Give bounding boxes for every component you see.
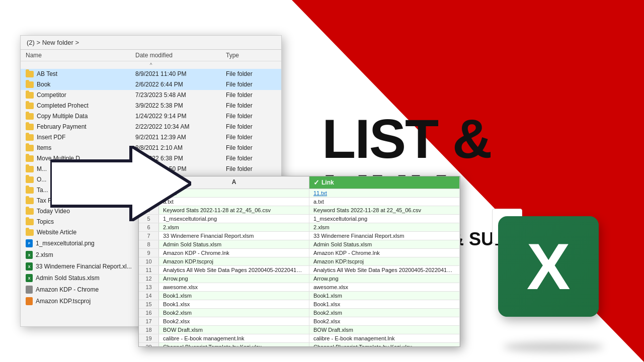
file-label: 2.xlsm [36, 251, 53, 258]
file-name: Amazon KDP.tscproj [26, 297, 135, 305]
file-type: File folder [226, 102, 276, 109]
file-label: Competitor [37, 92, 66, 99]
cell-row-num: 4 [139, 206, 159, 214]
cell-a: 2.xlsm [159, 223, 309, 231]
cell-link: Arrow.png [309, 275, 460, 283]
explorer-row[interactable]: Competitor 7/23/2023 5:48 AM File folder [21, 90, 281, 101]
folder-icon [26, 155, 34, 162]
spreadsheet-row[interactable]: 12 Arrow.png Arrow.png [139, 275, 460, 283]
file-label: O... [37, 176, 46, 183]
file-name: Amazon KDP - Chrome [26, 286, 135, 294]
folder-icon [26, 187, 34, 194]
spreadsheet-row[interactable]: 2 11.txt 11.txt [139, 189, 460, 198]
file-type: File folder [226, 92, 276, 99]
file-date: 7/23/2023 5:48 AM [135, 92, 226, 99]
cell-link: Keyword Stats 2022-11-28 at 22_45_06.csv [309, 206, 460, 214]
cell-row-num: 11 [139, 266, 159, 274]
spreadsheet-row[interactable]: 16 Book2.xlsm Book2.xlsm [139, 309, 460, 317]
cell-row-num: 6 [139, 223, 159, 231]
spreadsheet-row[interactable]: 14 Book1.xlsm Book1.xlsm [139, 292, 460, 300]
cell-a: Analytics All Web Site Data Pages 202004… [159, 266, 309, 274]
file-label: Amazon KDP - Chrome [36, 286, 99, 293]
cell-row-num: 19 [139, 334, 159, 342]
col-name: Name [26, 52, 135, 59]
file-date: 9/23/2021 5:50 PM [135, 165, 226, 172]
cell-link: Amazon KDP - Chrome.lnk [309, 249, 460, 257]
xlsx-icon: X [26, 251, 33, 259]
cell-row-num: 18 [139, 326, 159, 334]
file-date: 1/24/2022 9:14 PM [135, 113, 226, 120]
file-name: Move Multiple D... [26, 155, 135, 162]
png-icon: P [26, 239, 33, 247]
explorer-row[interactable]: Insert PDF 9/2/2021 12:39 AM File folder [21, 132, 281, 143]
file-label: Items [37, 144, 51, 151]
file-type: File folder [226, 155, 276, 162]
explorer-row[interactable]: Items 8/8/2021 2:10 AM File folder [21, 143, 281, 153]
file-date: 2/6/2022 6:44 PM [135, 81, 226, 88]
spreadsheet-row[interactable]: 13 awesome.xlsx awesome.xlsx [139, 283, 460, 292]
spreadsheet-row[interactable]: 4 Keyword Stats 2022-11-28 at 22_45_06.c… [139, 206, 460, 215]
file-label: Topics [37, 218, 54, 225]
file-name: Book [26, 81, 135, 88]
cell-link: a.txt [309, 198, 460, 206]
cell-a: awesome.xlsx [159, 283, 309, 291]
address-bar: (2) > New folder > [21, 36, 281, 50]
spreadsheet-row[interactable]: 17 Book2.xlsx Book2.xlsx [139, 317, 460, 326]
cell-row-num: 17 [139, 317, 159, 325]
cell-link: BOW Draft.xlsm [309, 326, 460, 334]
file-name: Items [26, 144, 135, 151]
file-name: O... [26, 176, 135, 183]
cell-link: 2.xlsm [309, 223, 460, 231]
spreadsheet-row[interactable]: 7 33 Windemere Financial Report.xlsm 33 … [139, 232, 460, 240]
file-type: File folder [226, 113, 276, 120]
cell-link: Book2.xlsm [309, 309, 460, 317]
cell-link: Book2.xlsx [309, 317, 460, 325]
spreadsheet-row[interactable]: 9 Amazon KDP - Chrome.lnk Amazon KDP - C… [139, 249, 460, 257]
file-name: AB Test [26, 70, 135, 77]
explorer-row[interactable]: Completed Prohect 3/9/2022 5:38 PM File … [21, 101, 281, 111]
spreadsheet-row[interactable]: 3 a.txt a.txt [139, 198, 460, 206]
spreadsheet-row[interactable]: 10 Amazon KDP.tscproj Amazon KDP.tscproj [139, 257, 460, 266]
folder-icon [26, 198, 34, 204]
spreadsheet-row[interactable]: 15 Book1.xlsx Book1.xlsx [139, 300, 460, 309]
col-header-link: ✓ Link [309, 176, 460, 189]
excel-logo-box: X [498, 216, 599, 317]
folder-icon [26, 166, 34, 172]
excel-x-letter: X [527, 234, 571, 299]
explorer-row[interactable]: Copy Multiple Data 1/24/2022 9:14 PM Fil… [21, 111, 281, 122]
spreadsheet-row[interactable]: 8 Admin Sold Status.xlsm Admin Sold Stat… [139, 240, 460, 249]
folder-icon [26, 208, 34, 215]
cell-a: Admin Sold Status.xlsm [159, 240, 309, 248]
address-bar-text: (2) > New folder > [27, 39, 79, 46]
spreadsheet-row[interactable]: 11 Analytics All Web Site Data Pages 202… [139, 266, 460, 275]
folder-icon [26, 134, 34, 141]
cell-row-num: 13 [139, 283, 159, 291]
file-name: Completed Prohect [26, 102, 135, 109]
explorer-row[interactable]: Book 2/6/2022 6:44 PM File folder [21, 79, 281, 90]
spreadsheet-row[interactable]: 6 2.xlsm 2.xlsm [139, 223, 460, 232]
cell-row-num: 9 [139, 249, 159, 257]
cell-a: calibre - E-book management.lnk [159, 334, 309, 342]
spreadsheet-row[interactable]: 5 1_msexceltutorial.png 1_msexceltutoria… [139, 215, 460, 223]
xlsx-icon: X [26, 262, 33, 270]
explorer-row[interactable]: Move Multiple D... 2/9/2022 6:38 PM File… [21, 153, 281, 164]
lnk-icon [26, 286, 33, 294]
spreadsheet-row[interactable]: 20 Channel Blueprint Templete by Kazi.xl… [139, 343, 460, 347]
cell-row-num: 2 [139, 189, 159, 197]
file-type: File folder [226, 134, 276, 141]
file-name: X 2.xlsm [26, 251, 135, 259]
explorer-row[interactable]: February Payment 2/22/2022 10:34 AM File… [21, 122, 281, 132]
file-name: Competitor [26, 92, 135, 99]
folder-icon [26, 176, 34, 183]
spreadsheet-row[interactable]: 18 BOW Draft.xlsm BOW Draft.xlsm [139, 326, 460, 334]
scroll-up[interactable]: ^ [21, 61, 281, 69]
file-name: X 33 Windemere Financial Report.xl... [26, 262, 135, 270]
file-date: 3/9/2022 5:38 PM [135, 102, 226, 109]
spreadsheet-row[interactable]: 19 calibre - E-book management.lnk calib… [139, 334, 460, 343]
explorer-row[interactable]: AB Test 8/9/2021 11:40 PM File folder [21, 69, 281, 79]
explorer-column-headers: Name Date modified Type [21, 50, 281, 61]
file-name: Today Video [26, 208, 135, 215]
explorer-row[interactable]: M... 9/23/2021 5:50 PM File folder [21, 164, 281, 174]
folder-icon [26, 145, 34, 151]
file-date: 2/22/2022 10:34 AM [135, 123, 226, 130]
